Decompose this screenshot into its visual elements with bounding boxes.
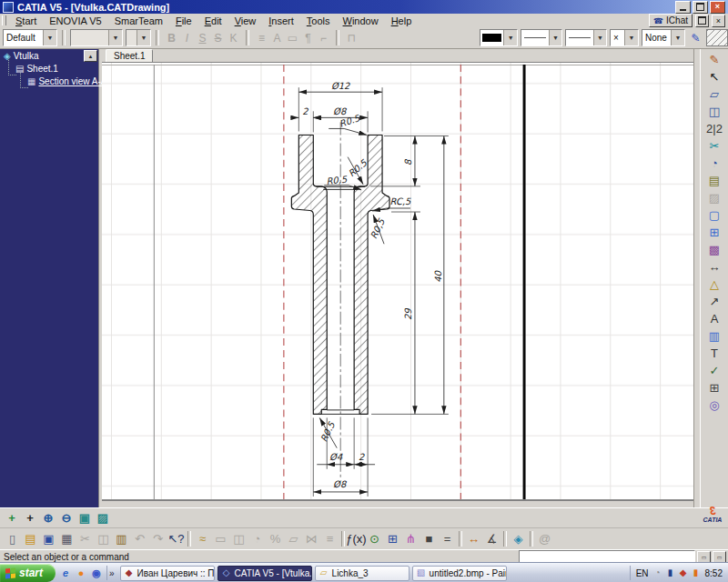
close-button[interactable]: × — [710, 1, 725, 14]
text-icon[interactable]: T — [705, 345, 723, 362]
select-arrow-icon[interactable]: ↖ — [705, 68, 723, 85]
network-tray-icon[interactable]: ▮ — [665, 567, 676, 578]
quick-launch-overflow[interactable]: » — [107, 568, 116, 578]
dim-2-bottom[interactable]: 2 — [359, 452, 365, 462]
horizontal-scrollbar[interactable] — [102, 500, 693, 507]
anchor-point-icon[interactable]: ⌐ — [316, 30, 331, 45]
menu-view[interactable]: View — [228, 15, 263, 27]
whats-this-icon[interactable]: ↖? — [167, 530, 185, 547]
axis-target-icon[interactable]: ◎ — [705, 396, 723, 414]
tree-scroll-up-button[interactable]: ▲ — [84, 50, 97, 62]
internet-explorer-icon[interactable]: e — [59, 567, 72, 579]
frame-a-icon[interactable]: ▭ — [285, 30, 300, 45]
menu-insert[interactable]: Insert — [262, 15, 300, 27]
equivalent-icon[interactable]: = — [439, 530, 456, 547]
symbol-insert-icon[interactable]: ¶ — [300, 30, 316, 45]
section-view-icon[interactable]: ▩ — [705, 241, 723, 258]
open-icon[interactable]: ▤ — [22, 530, 39, 547]
fit-all-icon[interactable]: + — [4, 510, 20, 527]
zoom-out-icon[interactable]: ⊖ — [58, 510, 75, 527]
dim-d12[interactable]: Ø12 — [331, 81, 350, 91]
minimize-button[interactable] — [675, 1, 691, 14]
new-icon[interactable]: ▯ — [4, 530, 21, 547]
new-frame-icon[interactable]: ◫ — [705, 103, 723, 120]
pan-icon[interactable]: + — [22, 510, 38, 527]
dim-d4[interactable]: Ø4 — [329, 452, 343, 462]
update-tray-icon[interactable]: ▮ — [691, 567, 702, 578]
mdi-close-button[interactable]: × — [712, 15, 725, 27]
pan-sheet-icon[interactable]: ▱ — [705, 85, 723, 103]
table-icon[interactable]: ⊞ — [705, 379, 723, 396]
tolerance-icon[interactable]: ✓ — [705, 362, 723, 379]
messenger-icon[interactable]: ● — [75, 567, 87, 579]
mail-icon[interactable]: @ — [536, 530, 553, 547]
bold-icon[interactable]: B — [164, 30, 179, 45]
view-circle-icon[interactable]: ◔ — [705, 155, 723, 172]
font-combo[interactable]: ▼ — [70, 29, 123, 46]
menu-edit[interactable]: Edit — [198, 15, 228, 27]
update-icon[interactable]: ≈ — [194, 530, 211, 547]
dim-d8-bottom[interactable]: Ø8 — [333, 479, 348, 489]
print-icon[interactable]: ▦ — [58, 530, 76, 547]
mdi-restore-button[interactable] — [695, 15, 709, 27]
dimensions-icon[interactable]: ↔ — [705, 258, 723, 276]
formula-icon[interactable]: ƒ(x) — [348, 530, 365, 547]
media-player-icon[interactable]: ◉ — [90, 567, 103, 579]
line-weight-combo[interactable]: ▼ — [565, 29, 607, 46]
dim-d8-top[interactable]: Ø8 — [333, 106, 348, 116]
redo-icon[interactable]: ↷ — [149, 530, 167, 547]
antivirus-tray-icon[interactable]: ◆ — [678, 567, 689, 578]
text-frame-icon[interactable]: A — [705, 310, 723, 327]
measure-item-icon[interactable]: ∡ — [483, 530, 500, 547]
font-size-combo[interactable]: ▼ — [126, 29, 151, 46]
dim-2-top[interactable]: 2 — [302, 106, 308, 116]
menu-grip[interactable] — [2, 15, 6, 25]
power-input-expand-button[interactable]: ▭ — [713, 551, 726, 563]
menu-window[interactable]: Window — [337, 15, 385, 27]
normal-view-icon[interactable]: ▣ — [76, 510, 93, 527]
cut-icon[interactable]: ✂ — [76, 530, 94, 547]
taskbar-task[interactable]: ▧untitled2.bmp - Paint — [412, 566, 507, 581]
undo-icon[interactable]: ↶ — [131, 530, 148, 547]
paste-icon[interactable]: ▥ — [113, 530, 130, 547]
scale-icon[interactable]: 2|2 — [705, 120, 723, 137]
strikethrough-icon[interactable]: S — [210, 30, 226, 45]
design-table-icon[interactable]: ⋔ — [402, 530, 420, 547]
tree-item-section-view[interactable]: ▦ Section view A-A — [27, 76, 107, 86]
menu-enovia-v5[interactable]: ENOVIA V5 — [43, 15, 107, 27]
drafting-workbench-icon[interactable]: ✎ — [705, 51, 723, 68]
vertical-scrollbar[interactable] — [693, 49, 700, 507]
menu-tools[interactable]: Tools — [300, 15, 337, 27]
dim-29[interactable]: 29 — [403, 307, 413, 320]
frame-tool-icon[interactable]: ▭ — [212, 530, 229, 547]
taskbar-task[interactable]: ◆Иван Царевич :: Пр... — [120, 566, 215, 581]
menu-smarteam[interactable]: SmarTeam — [108, 15, 169, 27]
superscript-icon[interactable]: K — [226, 30, 241, 45]
datum-feature-icon[interactable]: △ — [705, 276, 723, 293]
balloon-icon[interactable]: ▥ — [705, 327, 723, 345]
anchor-a-icon[interactable]: A — [269, 30, 285, 45]
tree-root-vtulka[interactable]: ◈ Vtulka — [4, 51, 39, 61]
taskbar-task[interactable]: ▱Lichka_3 — [315, 566, 410, 581]
trim-icon[interactable]: ✂ — [705, 137, 723, 155]
menu-help[interactable]: Help — [385, 15, 419, 27]
tab-sheet1[interactable]: Sheet.1 — [106, 49, 153, 62]
power-input-icon-button[interactable]: ▭ — [697, 551, 711, 563]
dim-rc5[interactable]: RC,5 — [390, 196, 412, 206]
language-indicator[interactable]: EN — [636, 568, 649, 578]
comment-icon[interactable]: ⊙ — [366, 530, 383, 547]
dim-40[interactable]: 40 — [433, 269, 443, 282]
sheet-tool-icon[interactable]: ▱ — [285, 530, 302, 547]
menu-file[interactable]: File — [169, 15, 198, 27]
line-type-combo[interactable]: ▼ — [521, 29, 562, 46]
insert-table-icon[interactable]: ⊓ — [344, 30, 359, 45]
measure-between-icon[interactable]: ↔ — [465, 530, 482, 547]
zoom-in-icon[interactable]: ⊕ — [40, 510, 56, 527]
point-type-combo[interactable]: ×▼ — [610, 29, 639, 46]
save-icon[interactable]: ▣ — [40, 530, 57, 547]
circle-tool-icon[interactable]: ◔ — [248, 530, 266, 547]
copy-icon[interactable]: ◫ — [95, 530, 112, 547]
erase-icon[interactable]: ◈ — [510, 530, 527, 547]
start-button[interactable]: start — [0, 564, 56, 582]
front-view-icon[interactable]: ▢ — [705, 206, 723, 224]
